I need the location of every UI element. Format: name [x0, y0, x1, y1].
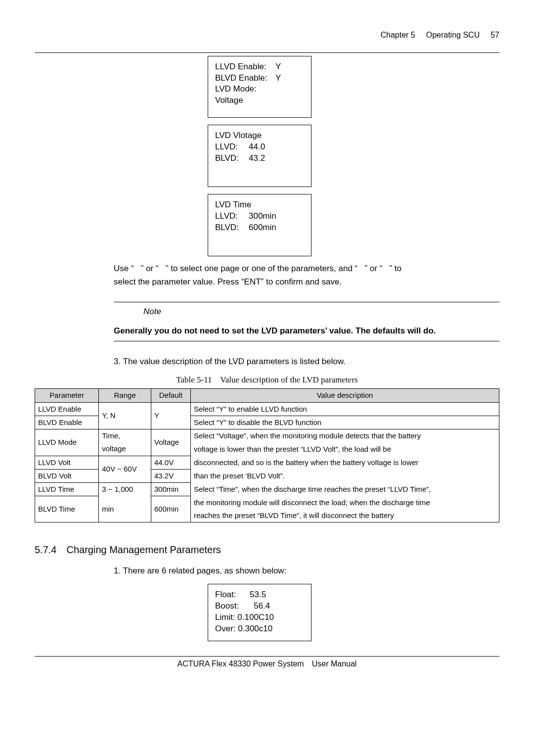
step-3-text: 3. The value description of the LVD para…	[114, 356, 499, 368]
boost-label: Boost:	[215, 601, 254, 612]
llvd-time-label: LLVD:	[215, 211, 249, 222]
blvd-volt-value: 43.2	[249, 153, 265, 164]
llvd-enable-label: LLVD Enable:	[215, 61, 275, 73]
step-1-text: 1. There are 6 related pages, as shown b…	[114, 566, 499, 577]
cell-y-default: Y	[151, 402, 191, 429]
cell-mode-range-a: Time,	[99, 429, 151, 443]
footer-rule	[35, 656, 499, 657]
note-label: Note	[143, 306, 499, 318]
lvd-voltage-title: LVD Vlotage	[215, 130, 304, 142]
th-range: Range	[99, 389, 151, 402]
cell-desc-l2: voltage is lower than the prestet “LLVD …	[190, 442, 499, 456]
table-caption: Table 5-11 Value description of the LVD …	[35, 375, 499, 386]
llvd-time-value: 300min	[249, 211, 276, 222]
limit-line: Limit: 0.100C10	[215, 612, 304, 623]
cell-desc-l7: reaches the preset “BLVD Time”, it will …	[190, 509, 499, 522]
cell-blvd-time-default: 600min	[151, 496, 191, 522]
lcd-screen-lvd-enable: LLVD Enable:Y BLVD Enable:Y LVD Mode: Vo…	[208, 56, 312, 118]
note-bold-text: Generally you do not need to set the LVD…	[114, 326, 436, 335]
float-value: 53.5	[250, 589, 266, 601]
header-rule	[35, 52, 499, 53]
lvd-parameters-table: Parameter Range Default Value descriptio…	[35, 388, 499, 522]
lvd-mode-label: LVD Mode:	[215, 84, 304, 95]
instruction-line-1: Use “ ” or “ ” to select one page or one…	[114, 263, 499, 275]
cell-blvd-volt-default: 43.2V	[151, 469, 191, 482]
cell-llvd-enable-desc: Select “Y” to enable LLVD function	[190, 402, 499, 416]
cell-llvd-mode: LLVD Mode	[35, 429, 99, 456]
th-parameter: Parameter	[35, 389, 99, 402]
blvd-enable-label: BLVD Enable:	[215, 73, 275, 84]
lcd-screen-lvd-voltage: LVD Vlotage LLVD:44.0 BLVD:43.2	[208, 125, 312, 187]
note-block: Note	[143, 306, 499, 318]
cell-desc-l1: Select “Voltage”, when the monitoring mo…	[190, 429, 499, 443]
blvd-volt-label: BLVD:	[215, 153, 249, 164]
th-default: Default	[151, 389, 191, 402]
llvd-volt-label: LLVD:	[215, 142, 249, 153]
cell-desc-l6: the monitoring module will disconnect th…	[190, 496, 499, 509]
section-5-7-4-heading: 5.7.4 Charging Management Parameters	[35, 543, 499, 557]
cell-blvd-time: BLVD Time	[35, 496, 99, 522]
cell-llvd-enable: LLVD Enable	[35, 402, 99, 416]
cell-yn-range: Y, N	[99, 402, 151, 429]
blvd-enable-value: Y	[275, 73, 281, 84]
instruction-line-2: select the parameter value. Press “ENT” …	[114, 277, 499, 288]
cell-desc-l5: Select “Time”, when the discharge time r…	[190, 483, 499, 496]
cell-desc-l4: than the preset ‘BLVD Volt”.	[190, 469, 499, 482]
cell-llvd-volt: LLVD Volt	[35, 456, 99, 469]
lvd-mode-value: Voltage	[215, 95, 304, 106]
cell-mode-range-b: voltage	[99, 442, 151, 456]
llvd-volt-value: 44.0	[249, 142, 265, 153]
cell-llvd-time-default: 300min	[151, 483, 191, 496]
blvd-time-value: 600min	[249, 222, 276, 234]
cell-llvd-volt-default: 44.0V	[151, 456, 191, 469]
th-value-description: Value description	[190, 389, 499, 402]
cell-blvd-enable: BLVD Enable	[35, 416, 99, 429]
cell-blvd-enable-desc: Select “Y” to disable the BLVD function	[190, 416, 499, 429]
lcd-screen-charging: Float:53.5 Boost:56.4 Limit: 0.100C10 Ov…	[208, 584, 312, 641]
cell-time-range-a: 3 ~ 1,000	[99, 483, 151, 496]
footer-text: ACTURA Flex 48330 Power System User Manu…	[35, 659, 499, 669]
cell-desc-l3: disconnected, and so is the battery when…	[190, 456, 499, 469]
page-number: 57	[480, 30, 499, 41]
lcd-screen-lvd-time: LVD Time LLVD:300min BLVD:600min	[208, 194, 312, 256]
cell-mode-default: Voltage	[151, 429, 191, 456]
cell-llvd-time: LLVD Time	[35, 483, 99, 496]
over-line: Over: 0.300c10	[215, 623, 304, 635]
llvd-enable-value: Y	[275, 61, 281, 73]
float-label: Float:	[215, 589, 250, 601]
lvd-time-title: LVD Time	[215, 199, 304, 211]
chapter-label: Chapter 5	[369, 30, 415, 41]
boost-value: 56.4	[254, 601, 270, 612]
note-rule-top	[114, 302, 499, 302]
blvd-time-label: BLVD:	[215, 222, 249, 234]
cell-volt-range: 40V ~ 60V	[99, 456, 151, 483]
chapter-title: Operating SCU	[415, 30, 480, 41]
cell-time-range-b: min	[99, 496, 151, 522]
page-header: Chapter 5 Operating SCU 57	[35, 30, 499, 41]
cell-blvd-volt: BLVD Volt	[35, 469, 99, 482]
